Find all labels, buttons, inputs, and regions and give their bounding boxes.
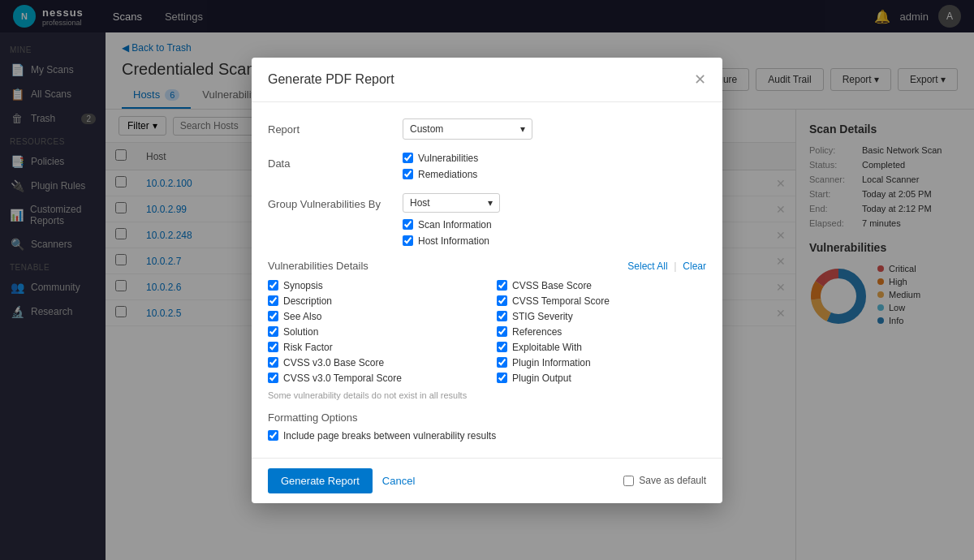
dropdown-arrow: ▾ — [520, 123, 525, 135]
risk-factor-checkbox[interactable] — [268, 342, 278, 352]
stig-checkbox[interactable] — [497, 311, 507, 321]
description-checkbox[interactable] — [268, 295, 278, 306]
detail-synopsis: Synopsis — [268, 280, 477, 291]
detail-risk-factor: Risk Factor — [268, 342, 477, 353]
solution-checkbox[interactable] — [268, 326, 278, 337]
detail-plugin-info: Plugin Information — [497, 357, 706, 368]
scan-info-checkbox-row: Scan Information — [403, 219, 706, 230]
page-breaks-row: Include page breaks between vulnerabilit… — [268, 430, 706, 442]
vuln-note: Some vulnerability details do not exist … — [268, 390, 706, 400]
report-row: Report Custom ▾ — [268, 118, 706, 140]
report-control: Custom ▾ — [403, 118, 706, 140]
cvss-base-score-checkbox[interactable] — [497, 280, 507, 291]
detail-see-also: See Also — [268, 311, 477, 322]
detail-cvss-base-score: CVSS Base Score — [497, 280, 706, 291]
select-all-clear: Select All | Clear — [627, 260, 706, 272]
detail-exploitable: Exploitable With — [497, 342, 706, 353]
remediations-checkbox[interactable] — [403, 169, 413, 179]
cvss-temporal-checkbox[interactable] — [268, 373, 278, 383]
vuln-details-label: Vulnerabilities Details — [268, 260, 368, 272]
host-info-checkbox[interactable] — [403, 235, 413, 246]
group-row: Group Vulnerabilities By Host ▾ Scan Inf… — [268, 193, 706, 247]
cvss-base-checkbox[interactable] — [268, 357, 278, 368]
group-control: Host ▾ Scan Information Host Information — [403, 193, 706, 247]
save-default: Save as default — [623, 475, 706, 486]
detail-description: Description — [268, 295, 477, 307]
generate-report-button[interactable]: Generate Report — [268, 468, 373, 493]
save-default-checkbox[interactable] — [623, 476, 634, 486]
modal-header: Generate PDF Report ✕ — [252, 58, 722, 102]
host-info-checkbox-row: Host Information — [403, 235, 706, 247]
vuln-checkbox[interactable] — [403, 153, 413, 163]
vuln-details-section: Vulnerabilities Details Select All | Cle… — [268, 260, 706, 400]
detail-stig: STIG Severity — [497, 311, 706, 322]
group-label: Group Vulnerabilities By — [268, 193, 390, 210]
detail-cvss-base: CVSS v3.0 Base Score — [268, 357, 477, 368]
cvss-temporal-score-checkbox[interactable] — [497, 295, 507, 306]
report-select[interactable]: Custom ▾ — [403, 118, 532, 140]
exploitable-checkbox[interactable] — [497, 342, 507, 352]
page-breaks-checkbox[interactable] — [268, 430, 278, 441]
detail-cvss-temporal-score: CVSS Temporal Score — [497, 295, 706, 307]
select-all-link[interactable]: Select All — [627, 261, 667, 272]
detail-plugin-output: Plugin Output — [497, 373, 706, 384]
formatting-label: Formatting Options — [268, 411, 706, 424]
right-col: CVSS Base Score CVSS Temporal Score STIG… — [497, 280, 706, 384]
scan-info-checkbox[interactable] — [403, 219, 413, 230]
references-checkbox[interactable] — [497, 326, 507, 337]
data-row: Data Vulnerabilities Remediations — [268, 153, 706, 180]
data-control: Vulnerabilities Remediations — [403, 153, 706, 180]
formatting-section: Formatting Options Include page breaks b… — [268, 411, 706, 442]
see-also-checkbox[interactable] — [268, 311, 278, 321]
cancel-button[interactable]: Cancel — [382, 475, 415, 487]
data-vulnerabilities: Vulnerabilities — [403, 153, 706, 164]
synopsis-checkbox[interactable] — [268, 280, 278, 291]
vuln-details-header: Vulnerabilities Details Select All | Cle… — [268, 260, 706, 272]
modal-footer: Generate Report Cancel Save as default — [252, 458, 722, 503]
group-options: Scan Information Host Information — [403, 219, 706, 247]
plugin-info-checkbox[interactable] — [497, 357, 507, 368]
report-label: Report — [268, 118, 390, 136]
detail-references: References — [497, 326, 706, 338]
modal-close-button[interactable]: ✕ — [694, 71, 706, 88]
modal-body: Report Custom ▾ Data Vulnerabilities — [252, 102, 722, 458]
details-two-col: Synopsis Description See Also Solut — [268, 280, 706, 384]
group-select[interactable]: Host ▾ — [403, 193, 500, 213]
detail-solution: Solution — [268, 326, 477, 338]
data-label: Data — [268, 153, 390, 170]
modal-overlay: Generate PDF Report ✕ Report Custom ▾ Da… — [0, 0, 974, 560]
detail-cvss-temporal: CVSS v3.0 Temporal Score — [268, 373, 477, 384]
generate-pdf-modal: Generate PDF Report ✕ Report Custom ▾ Da… — [252, 58, 722, 503]
plugin-output-checkbox[interactable] — [497, 373, 507, 383]
left-col: Synopsis Description See Also Solut — [268, 280, 477, 384]
clear-link[interactable]: Clear — [683, 261, 706, 272]
group-dropdown-arrow: ▾ — [488, 197, 493, 209]
modal-title: Generate PDF Report — [268, 72, 394, 87]
data-remediations: Remediations — [403, 169, 706, 180]
